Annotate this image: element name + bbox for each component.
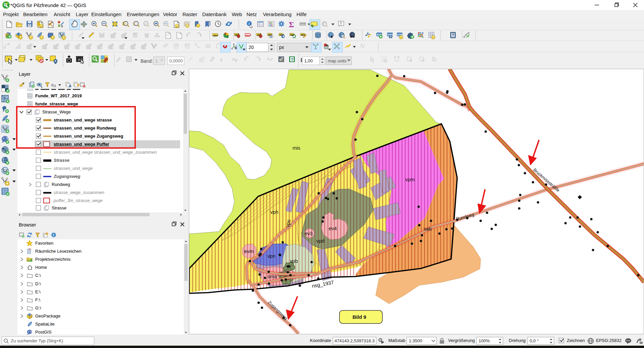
svg-text:1,00: 1,00 (304, 58, 313, 63)
svg-text:evm: evm (244, 248, 254, 254)
svg-text:abc: abc (246, 34, 251, 37)
svg-text:sma: sma (267, 274, 277, 279)
svg-text:map units: map units (328, 58, 347, 63)
svg-text:?: ? (452, 33, 454, 37)
svg-text:vpn: vpn (267, 253, 275, 259)
svg-text:vab: vab (424, 226, 432, 232)
svg-text:20: 20 (249, 45, 254, 50)
svg-text:vph: vph (270, 209, 278, 215)
svg-text:1:1: 1:1 (145, 23, 148, 25)
svg-text:vpb: vpb (290, 258, 298, 264)
svg-text:Band:: Band: (141, 58, 153, 64)
svg-text:0,0000: 0,0000 (169, 58, 183, 63)
svg-text:ev4: ev4 (329, 226, 337, 231)
svg-text:HTML: HTML (397, 34, 403, 36)
svg-text:ε: ε (220, 57, 223, 62)
svg-text:Bild 9: Bild 9 (353, 314, 366, 320)
svg-text:ε: ε (51, 82, 53, 87)
svg-text:T: T (340, 21, 342, 25)
svg-text:1: 1 (155, 58, 158, 63)
svg-text:mis: mis (292, 145, 300, 151)
svg-text:px: px (279, 45, 284, 50)
svg-text:vpm: vpm (405, 177, 415, 182)
svg-text:vpd: vpd (316, 238, 324, 244)
svg-text:?: ? (291, 57, 293, 61)
svg-text:ev3: ev3 (305, 231, 313, 236)
svg-text:a: a (61, 24, 63, 28)
svg-text:Σ: Σ (289, 20, 294, 29)
